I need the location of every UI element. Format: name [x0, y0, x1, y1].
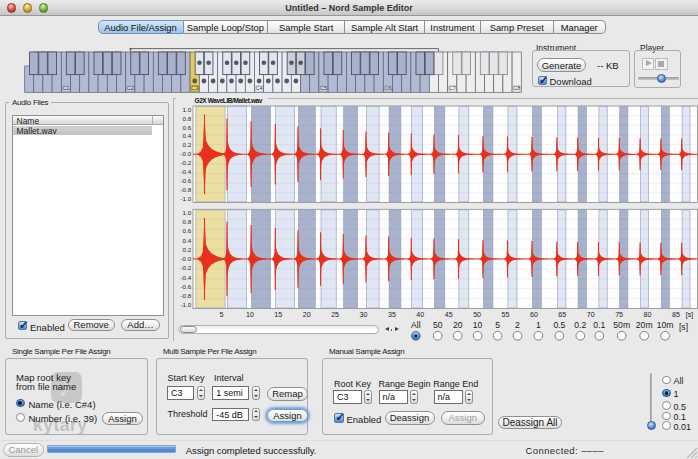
svg-text:5: 5 — [495, 320, 500, 330]
svg-text:0.6: 0.6 — [183, 227, 192, 234]
svg-text:0.8: 0.8 — [183, 218, 192, 225]
svg-text:-0.4: -0.4 — [181, 274, 192, 281]
svg-text:50m: 50m — [613, 320, 630, 330]
svg-text:-0.2: -0.2 — [181, 264, 192, 271]
svg-text:0.8: 0.8 — [183, 115, 192, 122]
svg-text:-0.4: -0.4 — [181, 168, 192, 175]
svg-text:20: 20 — [303, 311, 311, 319]
svg-text:-1.0: -1.0 — [181, 195, 192, 202]
svg-text:30: 30 — [360, 311, 368, 319]
svg-text:40: 40 — [416, 311, 424, 319]
svg-text:0.2: 0.2 — [574, 320, 586, 330]
svg-text:0.4: 0.4 — [183, 132, 192, 139]
svg-text:0.2: 0.2 — [183, 141, 192, 148]
svg-text:-0.6: -0.6 — [181, 283, 192, 290]
svg-text:50: 50 — [433, 320, 443, 330]
svg-text:20m: 20m — [636, 320, 653, 330]
svg-text:10m: 10m — [657, 320, 674, 330]
svg-text:20: 20 — [453, 320, 463, 330]
svg-text:45: 45 — [445, 311, 453, 319]
svg-text:10: 10 — [246, 311, 254, 319]
svg-text:2: 2 — [515, 320, 520, 330]
svg-text:25: 25 — [331, 311, 339, 319]
svg-text:-0.0: -0.0 — [181, 150, 192, 157]
svg-text:70: 70 — [587, 311, 595, 319]
svg-text:85: 85 — [672, 311, 680, 319]
svg-text:0.6: 0.6 — [183, 124, 192, 131]
svg-text:0.2: 0.2 — [183, 246, 192, 253]
svg-text:[s]: [s] — [686, 311, 694, 319]
svg-text:-1.0: -1.0 — [181, 301, 192, 308]
svg-text:75: 75 — [615, 311, 623, 319]
svg-text:-0.6: -0.6 — [181, 177, 192, 184]
svg-text:[s]: [s] — [679, 322, 688, 332]
svg-text:0.1: 0.1 — [593, 320, 605, 330]
svg-text:G2X WaveLIB/Mallet.wav: G2X WaveLIB/Mallet.wav — [195, 97, 263, 104]
svg-text:-0.8: -0.8 — [181, 186, 192, 193]
svg-text:0.4: 0.4 — [183, 237, 192, 244]
svg-text:5: 5 — [220, 311, 224, 319]
svg-text:10: 10 — [473, 320, 483, 330]
svg-text:55: 55 — [502, 311, 510, 319]
svg-text:0.5: 0.5 — [553, 320, 565, 330]
svg-text:-0.0: -0.0 — [181, 255, 192, 262]
svg-text:1.0: 1.0 — [183, 106, 192, 113]
svg-text:1: 1 — [536, 320, 541, 330]
svg-text:-0.8: -0.8 — [181, 292, 192, 299]
svg-text:15: 15 — [274, 311, 282, 319]
svg-text:65: 65 — [558, 311, 566, 319]
svg-text:All: All — [411, 320, 421, 330]
svg-text:1.0: 1.0 — [183, 209, 192, 216]
svg-text:-0.2: -0.2 — [181, 159, 192, 166]
svg-text:60: 60 — [530, 311, 538, 319]
svg-text:35: 35 — [388, 311, 396, 319]
svg-text:50: 50 — [473, 311, 481, 319]
svg-text:80: 80 — [644, 311, 652, 319]
